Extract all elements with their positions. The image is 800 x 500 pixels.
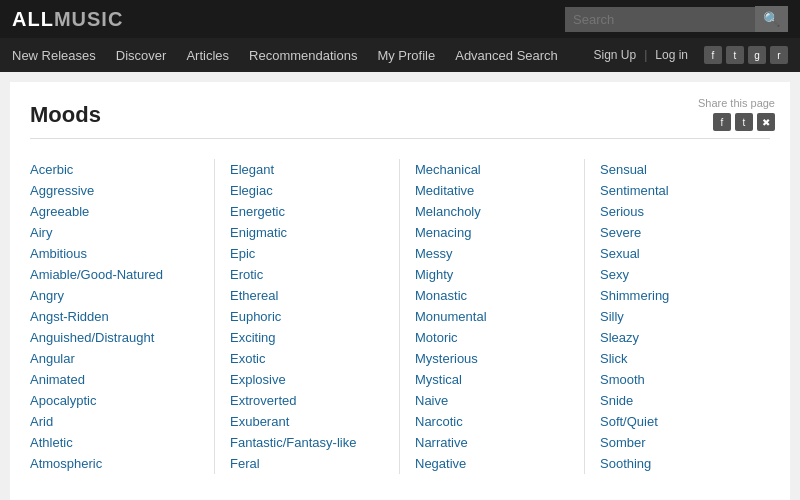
mood-link-feral[interactable]: Feral bbox=[230, 453, 384, 474]
mood-link-airy[interactable]: Airy bbox=[30, 222, 199, 243]
mood-link-exuberant[interactable]: Exuberant bbox=[230, 411, 384, 432]
nav-item-advanced-search[interactable]: Advanced Search bbox=[455, 48, 558, 63]
nav-item-my-profile[interactable]: My Profile bbox=[377, 48, 435, 63]
mood-link-smooth[interactable]: Smooth bbox=[600, 369, 755, 390]
share-label: Share this page bbox=[698, 97, 775, 109]
content-area: Share this page f t ✖ Moods AcerbicAggre… bbox=[10, 82, 790, 500]
mood-column-3: MechanicalMeditativeMelancholyMenacingMe… bbox=[400, 159, 585, 474]
mood-link-monumental[interactable]: Monumental bbox=[415, 306, 569, 327]
mood-link-mystical[interactable]: Mystical bbox=[415, 369, 569, 390]
share-twitter-icon[interactable]: t bbox=[735, 113, 753, 131]
mood-link-extroverted[interactable]: Extroverted bbox=[230, 390, 384, 411]
mood-link-arid[interactable]: Arid bbox=[30, 411, 199, 432]
mood-link-narcotic[interactable]: Narcotic bbox=[415, 411, 569, 432]
mood-link-angst-ridden[interactable]: Angst-Ridden bbox=[30, 306, 199, 327]
mood-link-monastic[interactable]: Monastic bbox=[415, 285, 569, 306]
search-container: 🔍 bbox=[565, 6, 788, 32]
nav-item-articles[interactable]: Articles bbox=[186, 48, 229, 63]
mood-link-angular[interactable]: Angular bbox=[30, 348, 199, 369]
mood-link-exotic[interactable]: Exotic bbox=[230, 348, 384, 369]
login-link[interactable]: Log in bbox=[655, 48, 688, 62]
mood-link-naive[interactable]: Naive bbox=[415, 390, 569, 411]
googleplus-icon[interactable]: g bbox=[748, 46, 766, 64]
mood-link-mighty[interactable]: Mighty bbox=[415, 264, 569, 285]
mood-link-sleazy[interactable]: Sleazy bbox=[600, 327, 755, 348]
nav-bar: New ReleasesDiscoverArticlesRecommendati… bbox=[0, 38, 800, 72]
mood-link-narrative[interactable]: Narrative bbox=[415, 432, 569, 453]
moods-grid: AcerbicAggressiveAgreeableAiryAmbitiousA… bbox=[30, 159, 770, 474]
mood-link-ambitious[interactable]: Ambitious bbox=[30, 243, 199, 264]
mood-link-energetic[interactable]: Energetic bbox=[230, 201, 384, 222]
mood-column-4: SensualSentimentalSeriousSevereSexualSex… bbox=[585, 159, 770, 474]
mood-link-apocalyptic[interactable]: Apocalyptic bbox=[30, 390, 199, 411]
mood-link-erotic[interactable]: Erotic bbox=[230, 264, 384, 285]
nav-item-recommendations[interactable]: Recommendations bbox=[249, 48, 357, 63]
mood-column-2: ElegantElegiacEnergeticEnigmaticEpicErot… bbox=[215, 159, 400, 474]
mood-link-sensual[interactable]: Sensual bbox=[600, 159, 755, 180]
mood-link-exciting[interactable]: Exciting bbox=[230, 327, 384, 348]
signup-link[interactable]: Sign Up bbox=[593, 48, 636, 62]
search-input[interactable] bbox=[565, 7, 755, 32]
mood-link-somber[interactable]: Somber bbox=[600, 432, 755, 453]
logo-music: MUSIC bbox=[54, 8, 123, 30]
mood-link-agreeable[interactable]: Agreeable bbox=[30, 201, 199, 222]
mood-link-meditative[interactable]: Meditative bbox=[415, 180, 569, 201]
top-bar: ALLMUSIC 🔍 bbox=[0, 0, 800, 38]
search-button[interactable]: 🔍 bbox=[755, 6, 788, 32]
mood-link-slick[interactable]: Slick bbox=[600, 348, 755, 369]
mood-link-soothing[interactable]: Soothing bbox=[600, 453, 755, 474]
mood-link-snide[interactable]: Snide bbox=[600, 390, 755, 411]
mood-link-shimmering[interactable]: Shimmering bbox=[600, 285, 755, 306]
mood-link-athletic[interactable]: Athletic bbox=[30, 432, 199, 453]
social-icons: f t g r bbox=[704, 46, 788, 64]
share-facebook-icon[interactable]: f bbox=[713, 113, 731, 131]
mood-link-elegant[interactable]: Elegant bbox=[230, 159, 384, 180]
mood-link-mysterious[interactable]: Mysterious bbox=[415, 348, 569, 369]
mood-link-silly[interactable]: Silly bbox=[600, 306, 755, 327]
right-nav: Sign Up | Log in f t g r bbox=[593, 46, 788, 64]
nav-item-discover[interactable]: Discover bbox=[116, 48, 167, 63]
mood-link-anguished-distraught[interactable]: Anguished/Distraught bbox=[30, 327, 199, 348]
mood-link-amiable-good-natured[interactable]: Amiable/Good-Natured bbox=[30, 264, 199, 285]
main-nav: New ReleasesDiscoverArticlesRecommendati… bbox=[12, 48, 593, 63]
mood-link-soft-quiet[interactable]: Soft/Quiet bbox=[600, 411, 755, 432]
mood-link-serious[interactable]: Serious bbox=[600, 201, 755, 222]
mood-link-acerbic[interactable]: Acerbic bbox=[30, 159, 199, 180]
mood-link-severe[interactable]: Severe bbox=[600, 222, 755, 243]
mood-link-mechanical[interactable]: Mechanical bbox=[415, 159, 569, 180]
mood-link-motoric[interactable]: Motoric bbox=[415, 327, 569, 348]
mood-link-euphoric[interactable]: Euphoric bbox=[230, 306, 384, 327]
mood-link-atmospheric[interactable]: Atmospheric bbox=[30, 453, 199, 474]
mood-link-fantastic-fantasy-like[interactable]: Fantastic/Fantasy-like bbox=[230, 432, 384, 453]
mood-link-explosive[interactable]: Explosive bbox=[230, 369, 384, 390]
logo[interactable]: ALLMUSIC bbox=[12, 8, 123, 31]
logo-all: ALL bbox=[12, 8, 54, 30]
page-title: Moods bbox=[30, 102, 770, 139]
mood-link-ethereal[interactable]: Ethereal bbox=[230, 285, 384, 306]
share-other-icon[interactable]: ✖ bbox=[757, 113, 775, 131]
mood-link-epic[interactable]: Epic bbox=[230, 243, 384, 264]
mood-link-angry[interactable]: Angry bbox=[30, 285, 199, 306]
mood-link-enigmatic[interactable]: Enigmatic bbox=[230, 222, 384, 243]
rss-icon[interactable]: r bbox=[770, 46, 788, 64]
mood-link-sexy[interactable]: Sexy bbox=[600, 264, 755, 285]
mood-link-elegiac[interactable]: Elegiac bbox=[230, 180, 384, 201]
mood-link-negative[interactable]: Negative bbox=[415, 453, 569, 474]
mood-link-sentimental[interactable]: Sentimental bbox=[600, 180, 755, 201]
mood-link-sexual[interactable]: Sexual bbox=[600, 243, 755, 264]
mood-column-1: AcerbicAggressiveAgreeableAiryAmbitiousA… bbox=[30, 159, 215, 474]
mood-link-melancholy[interactable]: Melancholy bbox=[415, 201, 569, 222]
facebook-icon[interactable]: f bbox=[704, 46, 722, 64]
share-this: Share this page f t ✖ bbox=[698, 97, 775, 131]
mood-link-messy[interactable]: Messy bbox=[415, 243, 569, 264]
twitter-icon[interactable]: t bbox=[726, 46, 744, 64]
share-icons: f t ✖ bbox=[698, 113, 775, 131]
mood-link-menacing[interactable]: Menacing bbox=[415, 222, 569, 243]
nav-item-new-releases[interactable]: New Releases bbox=[12, 48, 96, 63]
mood-link-aggressive[interactable]: Aggressive bbox=[30, 180, 199, 201]
mood-link-animated[interactable]: Animated bbox=[30, 369, 199, 390]
